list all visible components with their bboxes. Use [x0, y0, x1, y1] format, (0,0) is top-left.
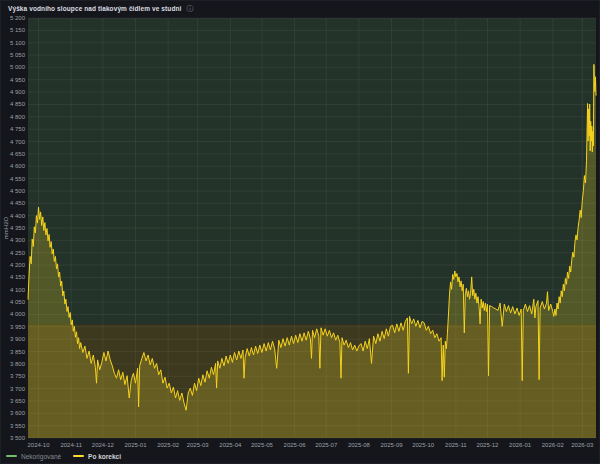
legend-label: Po korekci — [88, 453, 121, 460]
y-tick-label: 4 600 — [10, 163, 26, 169]
y-tick-label: 4 850 — [10, 101, 26, 107]
y-tick-label: 4 800 — [10, 114, 26, 120]
legend-marker-yellow — [73, 455, 84, 457]
x-tick-label: 2025-08 — [348, 442, 371, 448]
y-tick-label: 4 050 — [10, 299, 26, 305]
x-tick-label: 2025-10 — [412, 442, 435, 448]
threshold-region-above — [28, 18, 596, 324]
y-tick-label: 4 550 — [10, 176, 26, 182]
x-tick-label: 2024-10 — [28, 442, 51, 448]
y-tick-label: 5 200 — [10, 15, 26, 21]
y-axis-unit-label: mmH2O — [3, 217, 9, 240]
y-tick-label: 4 200 — [10, 262, 26, 268]
x-tick-label: 2026-03 — [571, 442, 594, 448]
y-tick-label: 4 500 — [10, 188, 26, 194]
y-tick-label: 4 000 — [10, 311, 26, 317]
y-tick-label: 3 750 — [10, 373, 26, 379]
y-tick-label: 4 450 — [10, 200, 26, 206]
y-tick-label: 4 400 — [10, 213, 26, 219]
y-tick-label: 4 700 — [10, 139, 26, 145]
y-tick-label: 5 000 — [10, 64, 26, 70]
y-tick-label: 4 150 — [10, 274, 26, 280]
y-tick-label: 3 500 — [10, 435, 26, 441]
y-tick-label: 4 750 — [10, 126, 26, 132]
y-tick-label: 4 650 — [10, 151, 26, 157]
y-tick-label: 5 100 — [10, 40, 26, 46]
y-tick-label: 4 900 — [10, 89, 26, 95]
y-tick-label: 5 050 — [10, 52, 26, 58]
x-tick-label: 2024-12 — [92, 442, 115, 448]
y-tick-label: 3 850 — [10, 349, 26, 355]
y-tick-label: 3 550 — [10, 423, 26, 429]
y-tick-label: 4 100 — [10, 287, 26, 293]
x-axis-labels: 2024-102024-112024-122025-012025-022025-… — [28, 442, 594, 448]
y-tick-label: 4 250 — [10, 250, 26, 256]
x-tick-label: 2025-07 — [315, 442, 338, 448]
grafana-panel: Výška vodního sloupce nad tlakovým čidle… — [0, 0, 600, 464]
time-series-chart[interactable]: 3 5003 5503 6003 6503 7003 7503 8003 850… — [1, 1, 600, 453]
x-tick-label: 2025-09 — [381, 442, 404, 448]
chart-legend: Nekorigované Po korekci — [6, 450, 121, 462]
y-tick-label: 3 900 — [10, 336, 26, 342]
legend-label: Nekorigované — [21, 453, 61, 460]
x-tick-label: 2025-02 — [157, 442, 180, 448]
y-tick-label: 4 950 — [10, 77, 26, 83]
y-tick-label: 3 800 — [10, 361, 26, 367]
x-tick-label: 2025-06 — [284, 442, 307, 448]
y-tick-label: 5 150 — [10, 27, 26, 33]
x-tick-label: 2026-01 — [509, 442, 532, 448]
legend-item-po-korekci[interactable]: Po korekci — [73, 453, 121, 460]
legend-marker-green — [6, 455, 17, 457]
y-tick-label: 4 350 — [10, 225, 26, 231]
x-tick-label: 2025-04 — [219, 442, 242, 448]
y-tick-label: 3 950 — [10, 324, 26, 330]
x-tick-label: 2025-03 — [187, 442, 210, 448]
y-tick-label: 3 700 — [10, 386, 26, 392]
y-axis-labels: 3 5003 5503 6003 6503 7003 7503 8003 850… — [10, 15, 26, 441]
x-tick-label: 2025-12 — [476, 442, 499, 448]
y-tick-label: 3 600 — [10, 410, 26, 416]
x-tick-label: 2025-11 — [445, 442, 467, 448]
y-tick-label: 4 300 — [10, 237, 26, 243]
x-tick-label: 2024-11 — [60, 442, 82, 448]
y-tick-label: 3 650 — [10, 398, 26, 404]
legend-item-nekorigovane[interactable]: Nekorigované — [6, 453, 61, 460]
x-tick-label: 2025-01 — [124, 442, 147, 448]
x-tick-label: 2026-02 — [542, 442, 565, 448]
x-tick-label: 2025-05 — [251, 442, 274, 448]
